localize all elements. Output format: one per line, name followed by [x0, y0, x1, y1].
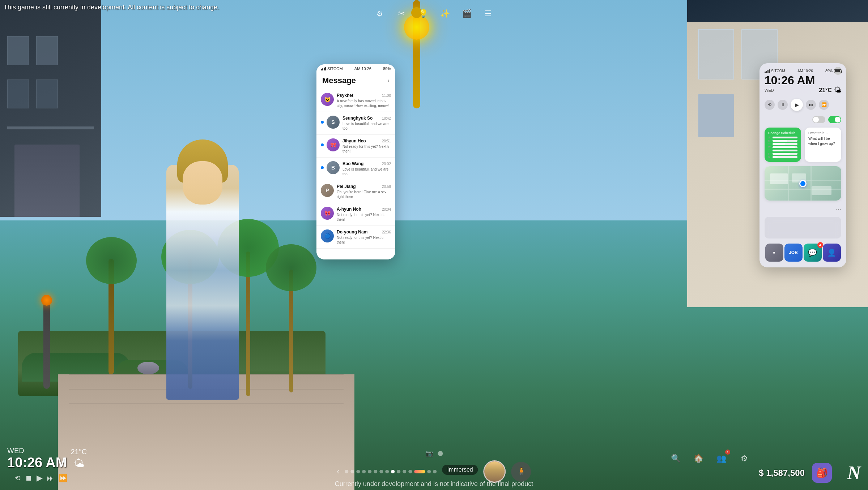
- temp-display: 21°C: [71, 448, 87, 456]
- msg-name-doyoung: Do-young Nam: [337, 229, 367, 235]
- message-list: 🐱 Psykhet 11:00 A new family has moved i…: [316, 89, 395, 249]
- msg-avatar-doyoung: 🔵: [321, 229, 334, 242]
- schedule-row-f: F: [768, 152, 797, 155]
- battery-label: 89%: [383, 66, 391, 71]
- hud-sparkle-icon[interactable]: ✨: [438, 7, 452, 21]
- bottom-stop-btn[interactable]: ⏹: [25, 474, 32, 482]
- dot-14: [433, 470, 437, 473]
- weather-time-display: WED 10:26 AM 21°C 🌤: [7, 447, 87, 470]
- widget-toggle-row: [765, 116, 841, 123]
- person-mode-btn[interactable]: 🧍: [511, 462, 531, 482]
- msg-avatar-seunghyuk: S: [327, 116, 340, 129]
- msg-preview-bao: Love is beautiful, and we are too!: [342, 167, 391, 176]
- msg-item-pei[interactable]: P Pei Jiang 20:59 Oh, you're here! Give …: [316, 180, 395, 203]
- character-area: [134, 136, 271, 400]
- dot-6: [374, 470, 378, 473]
- game-background: [0, 0, 868, 490]
- message-panel: SITCOM AM 10:26 89% Message › 🐱 Psykhet …: [316, 64, 395, 259]
- settings-action-icon[interactable]: ⚙: [736, 450, 752, 467]
- change-schedule-widget[interactable]: Change Schedule S M T W: [765, 128, 801, 162]
- msg-time-ahyun: 20:04: [382, 207, 391, 211]
- msg-unread-seunghyuk: [321, 121, 324, 124]
- msg-time-bao: 20:02: [382, 162, 391, 166]
- bottom-disclaimer: Currently under development and is not i…: [335, 480, 533, 488]
- toggle-2[interactable]: [828, 116, 841, 123]
- chat-badge: 4: [817, 242, 823, 248]
- msg-item-psykhet[interactable]: 🐱 Psykhet 11:00 A new family has moved i…: [316, 89, 395, 112]
- msg-content-doyoung: Do-young Nam 22:36 Not ready for this ye…: [337, 229, 391, 245]
- more-dots[interactable]: ···: [765, 206, 841, 213]
- widget-time-display: 10:26 AM: [765, 74, 841, 86]
- hud-settings-icon[interactable]: ⚙: [373, 7, 387, 21]
- app-chat-icon[interactable]: 💬 4: [804, 244, 822, 262]
- widgets-grid: Change Schedule S M T W: [765, 128, 841, 162]
- msg-item-ahyun[interactable]: 🎀 A-hyun Noh 20:04 Not ready for this ye…: [316, 203, 395, 226]
- photo-icon[interactable]: 📷: [425, 450, 433, 457]
- schedule-bars: S M T W T: [768, 136, 797, 158]
- msg-unread-bao: [321, 166, 324, 169]
- widget-status-bar: SITCOM AM 10:26 89%: [765, 69, 841, 73]
- msg-item-bao[interactable]: B Bao Wang 20:02 Love is beautiful, and …: [316, 158, 395, 180]
- hud-cut-icon[interactable]: ✂: [394, 7, 409, 21]
- signal-bar-4: [325, 67, 326, 70]
- schedule-row-s2: S: [768, 156, 797, 158]
- media-stop-btn[interactable]: ⏸: [778, 100, 788, 110]
- inventory-bag-btn[interactable]: 🎒: [812, 463, 832, 483]
- msg-item-seunghyuk[interactable]: S Seunghyuk So 18:42 Love is beautiful, …: [316, 112, 395, 135]
- player-avatar[interactable]: [484, 460, 506, 483]
- bottom-app-icons: ▪ JOB 💬 4 👤: [765, 244, 841, 262]
- bottom-play-btn[interactable]: ▶: [37, 473, 43, 483]
- dot-7: [380, 470, 383, 473]
- dot-progress: [345, 470, 437, 473]
- msg-name-seunghyuk: Seunghyuk So: [342, 116, 373, 121]
- msg-item-doyoung[interactable]: 🔵 Do-young Nam 22:36 Not ready for this …: [316, 226, 395, 249]
- msg-preview-ahyun: Not ready for this yet? Next ti- then!: [337, 212, 391, 222]
- widget-carrier: SITCOM: [765, 69, 785, 73]
- msg-next-arrow[interactable]: ›: [388, 77, 390, 84]
- bottom-rewind-btn[interactable]: ⟲: [14, 474, 21, 482]
- toggle-1[interactable]: [812, 116, 825, 123]
- msg-content-jihyun: Jihyun Heo 20:51 Not ready for this yet?…: [342, 138, 391, 154]
- widget-battery: 89%: [825, 69, 841, 73]
- dot-11: [403, 470, 407, 473]
- app-blank-icon[interactable]: ▪: [765, 244, 783, 262]
- signal-bar-3: [324, 68, 325, 70]
- msg-item-jihyun[interactable]: 🎀 Jihyun Heo 20:51 Not ready for this ye…: [316, 135, 395, 158]
- bottom-fastfwd-btn[interactable]: ⏩: [59, 474, 68, 482]
- widget-media-controls: ⟲ ⏸ ▶ ⏭ ⏩: [765, 99, 841, 111]
- dot-12: [409, 470, 412, 473]
- msg-name-bao: Bao Wang: [342, 161, 363, 166]
- msg-avatar-pei: P: [321, 184, 334, 197]
- bottom-action-icons: 🔍 🏠 👥 1 ⚙: [668, 450, 752, 467]
- hud-light-icon[interactable]: 💡: [416, 7, 430, 21]
- my-location-widget[interactable]: My Location: [765, 166, 841, 201]
- msg-avatar-jihyun: 🎀: [327, 138, 340, 151]
- media-rewind-btn[interactable]: ⟲: [765, 100, 775, 110]
- palm-trunk-4: [289, 270, 293, 392]
- scroll-left-btn[interactable]: ‹: [337, 467, 339, 476]
- schedule-row-t2: T: [768, 149, 797, 152]
- schedule-row-s: S: [768, 136, 797, 139]
- app-job-icon[interactable]: JOB: [784, 244, 803, 262]
- time-display: 10:26 AM: [7, 455, 67, 470]
- search-action-icon[interactable]: 🔍: [668, 450, 684, 467]
- media-forward-btn[interactable]: ⏭: [806, 100, 816, 110]
- app-person-icon[interactable]: 👤: [823, 244, 841, 262]
- bottom-media-controls: ⟲ ⏹ ▶ ⏭ ⏩: [14, 473, 87, 483]
- hud-menu-icon[interactable]: ☰: [481, 7, 495, 21]
- lamp-post-1: [43, 298, 50, 389]
- msg-avatar-bao: B: [327, 161, 340, 174]
- i-want-widget[interactable]: I want to b… What will I be when I grow …: [805, 128, 841, 162]
- i-want-title: I want to b…: [808, 131, 838, 135]
- mode-selector: 📷: [425, 450, 443, 457]
- widget-panel: × SITCOM AM 10:26 89% 10:26 AM WED 21°C: [760, 63, 846, 267]
- media-fastforward-btn[interactable]: ⏩: [819, 100, 829, 110]
- media-play-btn[interactable]: ▶: [791, 99, 803, 111]
- home-action-icon[interactable]: 🏠: [690, 450, 707, 467]
- immersed-badge: Immersed: [442, 465, 478, 475]
- hud-camera-icon[interactable]: 🎬: [459, 7, 474, 21]
- notification-action-icon[interactable]: 👥 1: [713, 450, 729, 467]
- bottom-forward-btn[interactable]: ⏭: [47, 474, 54, 482]
- msg-avatar-psykhet: 🐱: [321, 93, 334, 106]
- carrier-label: SITCOM: [327, 66, 343, 71]
